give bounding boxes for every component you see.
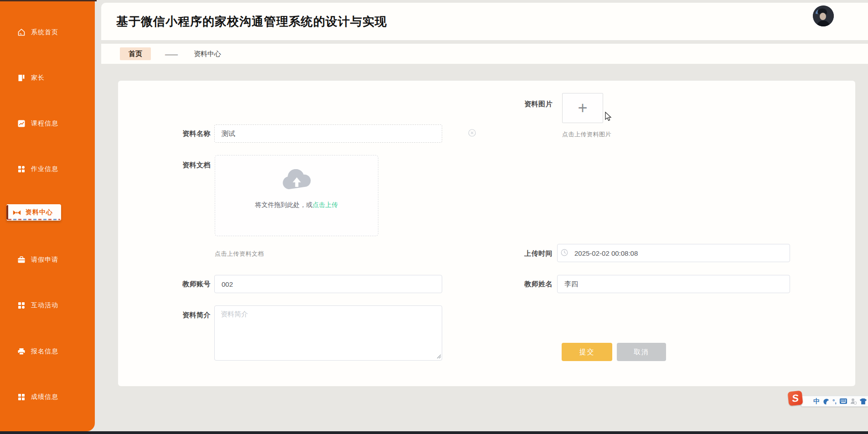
mouse-cursor bbox=[605, 112, 613, 122]
doc-upload-dropzone[interactable]: 将文件拖到此处，或点击上传 bbox=[215, 155, 378, 236]
textarea-resize-grip[interactable] bbox=[436, 353, 441, 359]
printer-icon bbox=[17, 347, 26, 356]
header-bar: 基于微信小程序的家校沟通管理系统的设计与实现 bbox=[101, 3, 868, 40]
sidebar-item-label: 作业信息 bbox=[31, 165, 58, 173]
punctuation-icon[interactable]: °, bbox=[832, 398, 837, 404]
keyboard-icon[interactable] bbox=[840, 398, 847, 404]
grid-icon bbox=[17, 393, 26, 401]
intro-textarea[interactable] bbox=[214, 305, 442, 361]
time-field-label: 上传时间 bbox=[524, 249, 553, 258]
click-upload-link[interactable]: 点击上传 bbox=[313, 201, 338, 208]
avatar[interactable] bbox=[813, 5, 834, 26]
name-input[interactable] bbox=[214, 124, 442, 143]
sidebar-item-label: 系统首页 bbox=[31, 28, 58, 36]
bowtie-icon bbox=[13, 208, 21, 217]
sidebar-item-label: 家长 bbox=[31, 74, 45, 82]
sidebar-item-home[interactable]: 系统首页 bbox=[0, 24, 95, 41]
sidebar-item-label: 成绩信息 bbox=[31, 393, 58, 401]
sidebar-item-data-center[interactable]: 资料中心 bbox=[6, 204, 61, 221]
moon-icon[interactable] bbox=[823, 398, 829, 404]
cancel-button[interactable]: 取消 bbox=[617, 343, 666, 361]
breadcrumb-separator: —— bbox=[165, 50, 177, 58]
breadcrumb-current: 资料中心 bbox=[194, 50, 221, 58]
intro-field-label: 资料简介 bbox=[182, 311, 211, 320]
chart-icon bbox=[17, 119, 26, 128]
account-field-label: 教师账号 bbox=[182, 280, 211, 289]
ime-mode-chinese[interactable]: 中 bbox=[813, 398, 820, 404]
home-icon bbox=[17, 28, 26, 36]
breadcrumb: 首页 —— 资料中心 bbox=[101, 44, 868, 64]
upload-time-input[interactable] bbox=[557, 244, 790, 262]
sidebar-item-label: 课程信息 bbox=[31, 119, 58, 128]
remove-field-icon[interactable] bbox=[468, 129, 476, 137]
data-center-form-card: 资料图片 + 点击上传资料图片 资料名称 资料文档 将文件拖到此处，或点击上传 … bbox=[118, 81, 855, 386]
ime-toolbar: 中 °, bbox=[801, 396, 868, 407]
grid-icon bbox=[17, 301, 26, 310]
name-field-label: 资料名称 bbox=[182, 129, 211, 138]
window-bottom-edge bbox=[0, 431, 868, 434]
teacher-account-input[interactable] bbox=[214, 275, 442, 293]
sidebar-item-label: 报名信息 bbox=[31, 347, 58, 356]
image-upload-hint: 点击上传资料图片 bbox=[562, 130, 635, 139]
grid-icon bbox=[17, 165, 26, 173]
sidebar-item-leave[interactable]: 请假申请 bbox=[0, 252, 95, 268]
user-dict-icon[interactable] bbox=[850, 398, 857, 404]
sidebar-item-activities[interactable]: 互动活动 bbox=[0, 297, 95, 314]
upload-cloud-icon bbox=[281, 169, 313, 191]
skin-shirt-icon[interactable] bbox=[860, 398, 867, 404]
image-upload-box[interactable]: + bbox=[562, 93, 603, 123]
sidebar-item-parents[interactable]: 家长 bbox=[0, 70, 95, 86]
doc-field-label: 资料文档 bbox=[182, 161, 211, 170]
sidebar-item-label: 互动活动 bbox=[31, 301, 58, 310]
sidebar-item-label: 资料中心 bbox=[26, 208, 53, 217]
submit-button[interactable]: 提交 bbox=[562, 343, 612, 361]
doc-upload-hint: 点击上传资料文档 bbox=[215, 250, 264, 258]
sidebar: 系统首页 家长 课程信息 作业信息 资料中心 请假申请 互动活动 bbox=[0, 0, 95, 431]
teacher-name-input[interactable] bbox=[557, 275, 790, 293]
notebook-icon bbox=[17, 74, 26, 82]
drop-text: 将文件拖到此处，或 bbox=[255, 201, 313, 208]
sidebar-item-label: 请假申请 bbox=[31, 256, 58, 264]
sogou-logo[interactable]: S bbox=[787, 390, 803, 406]
briefcase-icon bbox=[17, 256, 26, 264]
breadcrumb-home[interactable]: 首页 bbox=[120, 47, 151, 60]
sidebar-item-courses[interactable]: 课程信息 bbox=[0, 115, 95, 132]
teacher-field-label: 教师姓名 bbox=[524, 280, 553, 289]
image-field-label: 资料图片 bbox=[524, 100, 553, 108]
sidebar-item-homework[interactable]: 作业信息 bbox=[0, 161, 95, 177]
sidebar-item-registration[interactable]: 报名信息 bbox=[0, 343, 95, 360]
plus-icon: + bbox=[578, 100, 587, 116]
dropzone-text: 将文件拖到此处，或点击上传 bbox=[215, 201, 378, 209]
page-title: 基于微信小程序的家校沟通管理系统的设计与实现 bbox=[116, 14, 387, 30]
window-top-edge bbox=[0, 0, 97, 1]
sidebar-item-grades[interactable]: 成绩信息 bbox=[0, 389, 95, 405]
